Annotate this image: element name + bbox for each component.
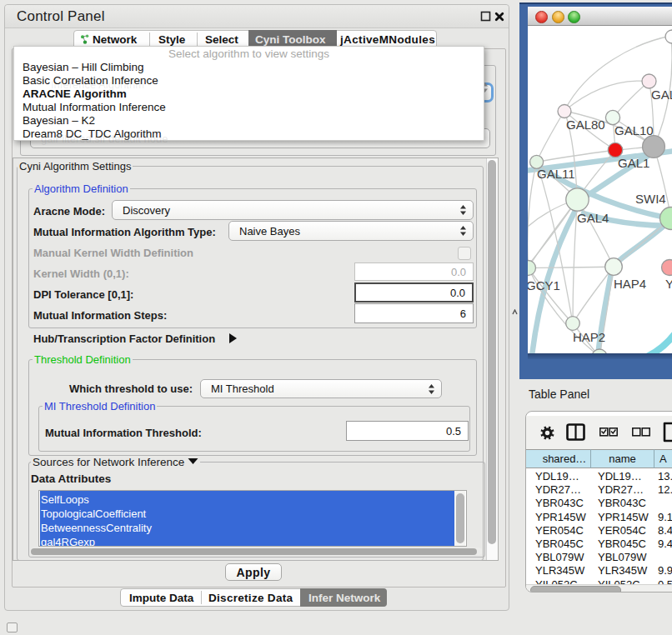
svg-text:HAP2: HAP2 (573, 330, 605, 344)
svg-text:Y: Y (665, 277, 672, 291)
svg-text:GAL4: GAL4 (577, 211, 609, 225)
svg-text:SWI4: SWI4 (635, 192, 666, 206)
svg-text:GAL4: GAL4 (651, 88, 672, 102)
svg-text:GAL80: GAL80 (566, 118, 605, 132)
svg-text:GAL1: GAL1 (618, 156, 649, 170)
svg-text:GAL11: GAL11 (537, 167, 575, 181)
svg-text:GAL10: GAL10 (614, 123, 654, 138)
svg-text:HAP4: HAP4 (614, 277, 646, 291)
svg-text:GCY1: GCY1 (528, 278, 560, 292)
